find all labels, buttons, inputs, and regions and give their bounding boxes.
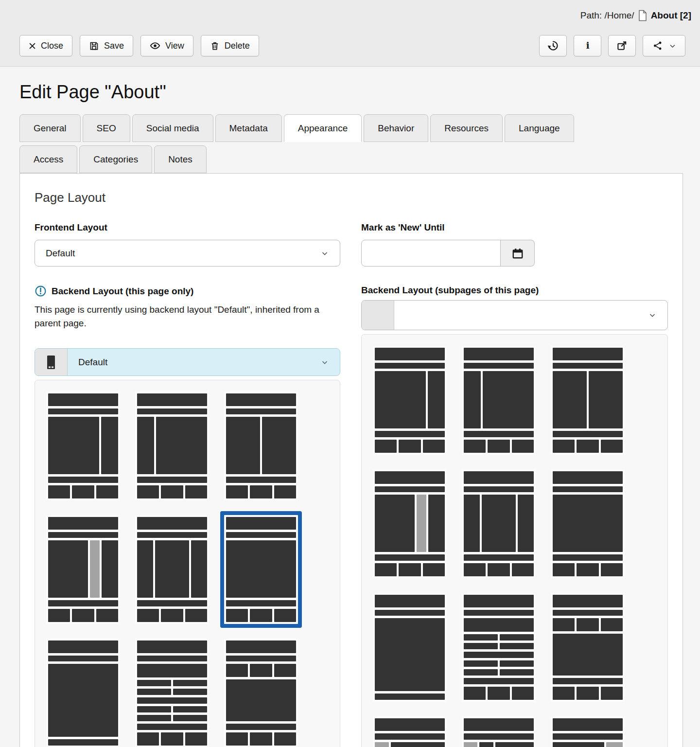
layout-thumbnail-main-left[interactable]	[462, 346, 536, 455]
layout-block	[464, 610, 534, 616]
layout-thumbnail-boxes-main[interactable]	[551, 593, 625, 702]
delete-label: Delete	[225, 41, 250, 51]
layout-thumbnail-teaser-mid-gray[interactable]	[462, 716, 536, 747]
layout-thumbnail-single[interactable]	[551, 469, 625, 578]
layout-thumbnail-three-col[interactable]	[135, 515, 209, 624]
layout-thumbnail-one-big[interactable]	[373, 593, 447, 702]
open-in-new-window-button[interactable]	[608, 35, 636, 56]
tab-metadata[interactable]: Metadata	[215, 114, 282, 142]
layout-block	[250, 732, 272, 746]
layout-block	[137, 540, 153, 598]
layout-block	[464, 371, 481, 428]
top-bar: Path: /Home/ About [2] Close Save View D…	[0, 0, 700, 67]
layout-thumbnail-main-right[interactable]	[373, 346, 447, 455]
layout-block	[137, 706, 171, 712]
layout-block	[601, 618, 623, 631]
chevron-down-icon	[320, 358, 329, 367]
tab-social-media[interactable]: Social media	[132, 114, 213, 142]
svg-text:i: i	[586, 40, 589, 51]
backend-layout-grid-subpages	[361, 334, 668, 747]
layout-block	[226, 724, 296, 730]
layout-thumbnail-two-col[interactable]	[551, 346, 625, 455]
layout-thumbnail-teaser-right-gray[interactable]	[551, 716, 625, 747]
layout-block	[553, 634, 623, 676]
trash-icon	[210, 41, 220, 51]
layout-thumbnail-boxes-main[interactable]	[224, 639, 298, 747]
layout-thumbnail-many-rows[interactable]	[135, 639, 209, 747]
delete-button[interactable]: Delete	[201, 35, 259, 56]
layout-thumbnail-gray-strip[interactable]	[46, 515, 120, 624]
frontend-layout-value: Default	[46, 248, 75, 259]
layout-block	[606, 742, 623, 747]
layout-block	[375, 471, 445, 484]
layout-block	[500, 660, 534, 667]
layout-block	[464, 618, 534, 632]
layout-block	[375, 610, 445, 616]
tab-general[interactable]: General	[19, 114, 81, 142]
view-button[interactable]: View	[140, 35, 193, 56]
layout-block	[173, 689, 207, 695]
layout-thumbnail-single[interactable]	[224, 515, 298, 624]
layout-block	[399, 563, 420, 576]
frontend-layout-select[interactable]: Default	[35, 240, 340, 267]
layout-thumbnail-many-rows[interactable]	[462, 593, 536, 702]
chevron-down-icon	[320, 249, 329, 258]
layout-block	[464, 440, 486, 453]
layout-block	[500, 643, 534, 649]
page-title: Edit Page "About"	[19, 80, 700, 104]
close-button[interactable]: Close	[19, 35, 72, 56]
layout-block	[375, 694, 445, 700]
tab-language[interactable]: Language	[505, 114, 574, 142]
tab-seo[interactable]: SEO	[83, 114, 130, 142]
layout-block	[553, 431, 623, 437]
layout-block	[464, 495, 480, 552]
tab-categories[interactable]: Categories	[79, 145, 152, 173]
layout-block	[226, 640, 296, 653]
empty-icon-box	[362, 301, 394, 330]
layout-thumbnail-gray-strip[interactable]	[373, 469, 447, 578]
layout-block	[48, 640, 118, 653]
share-button[interactable]	[643, 35, 685, 56]
save-button[interactable]: Save	[80, 35, 133, 56]
layout-block	[137, 664, 207, 677]
mark-as-new-input[interactable]	[361, 240, 501, 267]
tab-access[interactable]: Access	[19, 145, 77, 173]
layout-block	[553, 742, 604, 747]
layout-block	[553, 618, 575, 631]
history-button[interactable]	[539, 35, 567, 56]
layout-block	[250, 609, 272, 622]
layout-block	[137, 517, 207, 530]
layout-thumbnail-main-right[interactable]	[46, 391, 120, 500]
layout-block	[601, 440, 623, 453]
layout-block	[173, 706, 207, 712]
layout-block	[391, 742, 445, 747]
layout-block	[96, 609, 118, 622]
layout-block	[101, 417, 118, 474]
tab-behavior[interactable]: Behavior	[364, 114, 428, 142]
info-circle-icon	[35, 285, 47, 297]
layout-block	[553, 440, 575, 453]
layout-block	[553, 486, 623, 492]
date-picker-button[interactable]	[501, 240, 535, 267]
layout-block	[464, 471, 534, 484]
info-button[interactable]: i	[574, 35, 601, 56]
section-title: Page Layout	[35, 190, 668, 205]
layout-block	[375, 348, 445, 360]
layout-block	[274, 732, 296, 746]
layout-thumbnail-teaser-left-gray[interactable]	[373, 716, 447, 747]
layout-thumbnail-two-col[interactable]	[224, 391, 298, 500]
tab-resources[interactable]: Resources	[430, 114, 503, 142]
layout-block	[90, 540, 100, 598]
layout-thumbnail-three-col[interactable]	[462, 469, 536, 578]
backend-layout-this-page-select[interactable]: Default	[35, 348, 340, 376]
layout-block	[137, 600, 207, 606]
layout-block	[553, 563, 575, 576]
layout-block	[137, 640, 207, 653]
backend-layout-subpages-select[interactable]	[361, 300, 668, 330]
layout-thumbnail-main-left[interactable]	[135, 391, 209, 500]
layout-block	[512, 563, 534, 576]
layout-thumbnail-one-big[interactable]	[46, 639, 120, 747]
tab-notes[interactable]: Notes	[154, 145, 207, 173]
tab-appearance[interactable]: Appearance	[284, 114, 362, 142]
layout-block	[464, 660, 498, 667]
